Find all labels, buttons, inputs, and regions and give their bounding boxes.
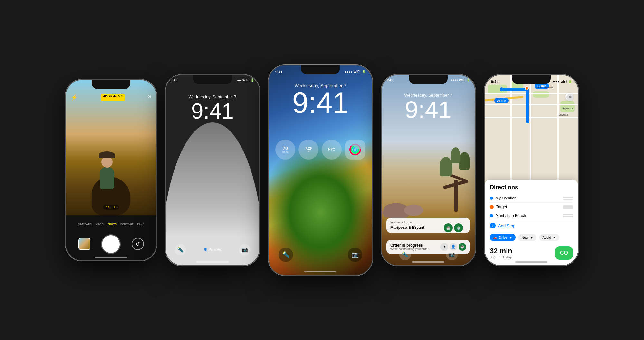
nyc-label: NYC — [328, 148, 335, 151]
transport-row: 🚗 Drive ▼ Now ▼ Avoid ▼ — [490, 231, 573, 244]
tree-leaves3 — [451, 147, 460, 163]
maps-status-time: 9:41 — [491, 80, 498, 83]
joshua-status-time: 9:41 — [386, 78, 393, 82]
dot-target — [490, 205, 494, 209]
flip-camera-button[interactable]: ↺ — [132, 238, 144, 250]
road-v1 — [510, 75, 512, 189]
drive-pill[interactable]: 🚗 Drive ▼ — [490, 234, 516, 241]
order-title: Order in progress — [390, 243, 429, 248]
mode-pano[interactable]: PANO — [137, 223, 144, 226]
tline1 — [563, 205, 573, 207]
road-v2 — [530, 75, 531, 189]
bw-status-icons: ▪▪▪▪ WiFi 🔋 — [237, 78, 254, 82]
avoid-chevron: ▼ — [553, 236, 556, 239]
maps-home-indicator — [515, 261, 547, 263]
starbucks-icon-2: 🍵 — [454, 223, 463, 232]
add-stop-row[interactable]: + Add Stop — [490, 220, 573, 231]
drive-label: Drive — [499, 236, 508, 239]
time-bubble-2: 20 min — [494, 98, 509, 103]
mode-cinematic[interactable]: CINEMATIC — [78, 223, 91, 226]
colorful-notch — [301, 65, 340, 74]
phone-bw-screen: Wednesday, September 7 9:41 9:41 ▪▪▪▪ Wi… — [166, 75, 259, 265]
camera-icon[interactable]: 📷 — [239, 244, 251, 256]
line1 — [563, 197, 573, 198]
zoom-1x[interactable]: 1x — [114, 206, 117, 209]
starbucks-icon-1: ☕ — [444, 223, 453, 232]
road-v3 — [557, 75, 559, 189]
flashlight-icon[interactable]: 🔦 — [175, 244, 186, 256]
shared-library-badge: SHARED LIBRARY — [101, 94, 125, 101]
route-main — [526, 88, 529, 123]
zoom-05[interactable]: 0.5 — [106, 206, 110, 209]
phone-camera: ⚡ SHARED LIBRARY ⊙ 0.5 — [66, 80, 156, 260]
add-stop-plus: + — [490, 223, 496, 228]
camera-thumbnail[interactable] — [78, 238, 90, 250]
bw-lock-time: Wednesday, September 7 9:41 — [166, 94, 259, 122]
joshua-clock: 9:41 — [382, 98, 475, 122]
joshua-home-indicator — [412, 261, 444, 263]
mode-photo[interactable]: PHOTO — [108, 223, 117, 226]
phone-colorful-screen: 9:41 ●●●● WiFi 🔋 Wednesday, September 7 … — [269, 65, 372, 275]
bw-lock-clock: 9:41 — [166, 100, 259, 122]
phone-camera-screen: ⚡ SHARED LIBRARY ⊙ 0.5 — [66, 80, 156, 260]
joshua-camera[interactable]: 📷 — [446, 249, 458, 260]
joshua-flashlight[interactable]: 🔦 — [399, 249, 411, 260]
camera-modes: CINEMATIC VIDEO PHOTO PORTRAIT PANO — [78, 223, 144, 226]
shutter-button[interactable] — [102, 235, 120, 253]
colorful-flashlight[interactable]: 🔦 — [279, 248, 293, 262]
camera-top-bar: ⚡ SHARED LIBRARY ⊙ — [66, 91, 156, 103]
joshua-lock-time: Wednesday, September 7 9:41 — [382, 93, 475, 122]
mode-video[interactable]: VIDEO — [96, 223, 104, 226]
beach-lines — [563, 214, 573, 217]
mode-portrait[interactable]: PORTRAIT — [120, 223, 133, 226]
map-area[interactable]: 12 min 20 min WESTCHESTER Hawthorne Lawn… — [485, 75, 578, 189]
avoid-pill[interactable]: Avoid ▼ — [539, 234, 559, 241]
pin-target — [525, 86, 529, 90]
direction-row-beach[interactable]: Manhattan Beach — [490, 211, 573, 220]
rider-head — [101, 156, 113, 168]
phone-maps: 9:41 ●●●● WiFi 🔋 — [485, 75, 578, 265]
colorful-camera[interactable]: 📷 — [348, 248, 362, 262]
colorful-home-indicator — [304, 271, 336, 272]
personal-label: 👤 Personal — [204, 248, 221, 251]
temp-range: 57 75 — [282, 151, 288, 153]
direction-row-my-location[interactable]: My Location — [490, 194, 573, 203]
weather-widget: 70 57 75 — [275, 140, 295, 160]
directions-bottom: 32 min 9.7 mi · 1 stop GO — [490, 244, 573, 260]
directions-close[interactable]: ✕ — [566, 94, 573, 101]
phone-joshua-screen: 9:41 ●●●● WiFi 🔋 Wednesday, September 7 … — [382, 75, 475, 265]
bw-status-time: 9:41 — [171, 78, 177, 82]
colorful-lock-bottom: 🔦 📷 — [279, 248, 362, 262]
activity-widget — [345, 140, 365, 160]
line2 — [563, 199, 573, 200]
direction-row-target[interactable]: Target — [490, 203, 573, 211]
joshua-bottom-icons: 🔦 📷 — [382, 249, 475, 260]
home-indicator — [95, 257, 127, 258]
joshua-status-bar: 9:41 ●●●● WiFi 🔋 — [386, 78, 470, 82]
rider-hat — [99, 151, 115, 158]
direction-text-target: Target — [496, 205, 561, 209]
phone-maps-screen: 9:41 ●●●● WiFi 🔋 — [485, 75, 578, 265]
target-lines — [563, 205, 573, 209]
camera-notch — [92, 80, 130, 89]
colorful-status-icons: ●●●● WiFi 🔋 — [345, 70, 365, 73]
rock2 — [404, 205, 423, 216]
drive-chevron: ▼ — [509, 236, 513, 239]
phone-colorful-lock: 9:41 ●●●● WiFi 🔋 Wednesday, September 7 … — [269, 65, 372, 275]
dot-beach — [490, 214, 493, 217]
camera-zoom-controls[interactable]: 0.5 1x — [103, 205, 119, 210]
widget-time: 7:29 — [305, 147, 312, 150]
widget-pm: PM — [307, 150, 310, 152]
map-terrain-3 — [533, 91, 549, 98]
directions-panel: Directions My Location Target — [485, 180, 578, 265]
my-location-lines — [563, 197, 573, 200]
tree-leaves2 — [459, 152, 470, 170]
dot-my-location — [490, 197, 493, 200]
bw-bottom-icons: 🔦 👤 Personal 📷 — [166, 244, 259, 256]
go-button[interactable]: GO — [555, 246, 573, 260]
time-pill[interactable]: Now ▼ — [518, 234, 536, 241]
direction-text-my-location: My Location — [496, 196, 561, 200]
bw-status-bar: 9:41 ▪▪▪▪ WiFi 🔋 — [171, 78, 254, 82]
starbucks-notification: In store pickup at Mariposa & Bryant ☕ 🍵 — [386, 218, 470, 233]
bw-home-indicator — [196, 261, 229, 263]
